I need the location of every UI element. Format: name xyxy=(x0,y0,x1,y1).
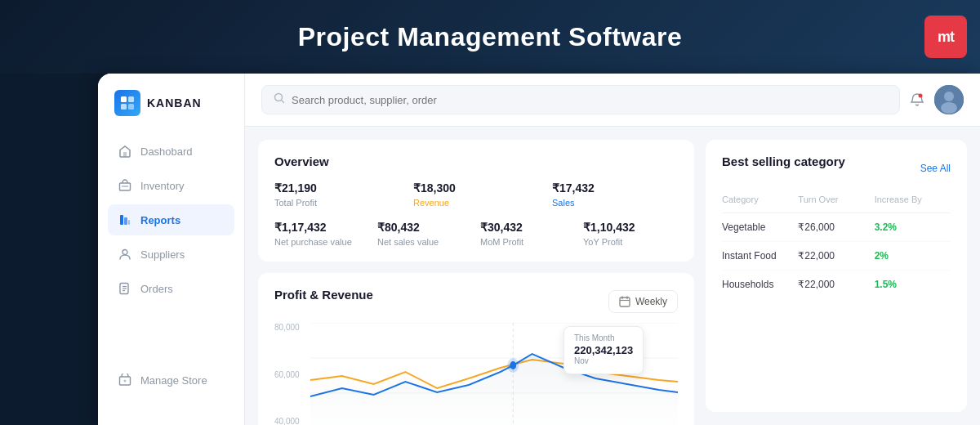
reports-icon xyxy=(118,212,132,227)
metric-value-netsales: ₹80,432 xyxy=(377,221,472,234)
svg-point-35 xyxy=(507,358,519,373)
overview-metrics-top: ₹21,190 Total Profit ₹18,300 Revenue ₹17… xyxy=(274,181,678,208)
tooltip-value: 220,342,123 xyxy=(574,344,633,356)
header xyxy=(245,74,980,127)
metric-yoy-profit: ₹1,10,432 YoY Profit xyxy=(583,221,678,247)
search-icon xyxy=(274,92,285,107)
row1-increase: 3.2% xyxy=(875,221,951,233)
table-row: Vegetable ₹26,000 3.2% xyxy=(722,213,951,242)
svg-point-22 xyxy=(941,102,957,114)
table-row: Instant Food ₹22,000 2% xyxy=(722,242,951,271)
sidebar-item-label-suppliers: Suppliers xyxy=(140,248,185,261)
manage-store-icon xyxy=(118,373,132,387)
svg-rect-2 xyxy=(121,104,127,110)
metric-value-sales: ₹17,432 xyxy=(552,181,678,195)
svg-rect-0 xyxy=(121,96,127,102)
metric-value-mom: ₹30,432 xyxy=(480,221,575,234)
metric-value-yoy: ₹1,10,432 xyxy=(583,221,678,234)
sidebar-item-label-dashboard: Dashobard xyxy=(140,145,193,158)
sidebar-item-label-manage-store: Manage Store xyxy=(140,374,207,387)
overview-card: Overview ₹21,190 Total Profit ₹18,300 Re… xyxy=(258,140,694,262)
metric-label-yoy: YoY Profit xyxy=(583,237,678,247)
metric-mom-profit: ₹30,432 MoM Profit xyxy=(480,221,575,247)
metric-label-profit: Total Profit xyxy=(274,198,400,208)
banner-title: Project Management Software xyxy=(298,22,683,52)
svg-rect-1 xyxy=(128,96,134,102)
sidebar-item-reports[interactable]: Reports xyxy=(108,204,234,235)
chart-title: Profit & Revenue xyxy=(274,288,373,302)
metric-label-mom: MoM Profit xyxy=(480,237,575,247)
see-all-button[interactable]: See All xyxy=(920,163,951,174)
table-row: Households ₹22,000 1.5% xyxy=(722,271,951,298)
sidebar-item-orders[interactable]: Orders xyxy=(108,273,234,304)
weekly-label: Weekly xyxy=(635,296,667,307)
metric-revenue: ₹18,300 Revenue xyxy=(413,181,539,208)
chart-svg-container: This Month 220,342,123 Nov xyxy=(310,323,678,425)
row3-turnover: ₹22,000 xyxy=(798,279,874,290)
sidebar-item-label-inventory: Inventory xyxy=(140,180,184,192)
overview-metrics-bottom: ₹1,17,432 Net purchase value ₹80,432 Net… xyxy=(274,221,678,247)
metric-label-netsales: Net sales value xyxy=(377,237,472,247)
chart-header: Profit & Revenue Weekly xyxy=(274,288,678,315)
row3-name: Households xyxy=(722,279,798,290)
top-banner: Project Management Software mt xyxy=(0,0,980,74)
row2-turnover: ₹22,000 xyxy=(798,250,874,262)
svg-rect-8 xyxy=(124,217,127,225)
sidebar-item-label-reports: Reports xyxy=(140,214,180,226)
svg-point-19 xyxy=(919,94,923,98)
sidebar-item-inventory[interactable]: Inventory xyxy=(108,170,234,201)
weekly-button[interactable]: Weekly xyxy=(608,290,678,313)
chart-card: Profit & Revenue Weekly xyxy=(258,273,694,425)
svg-line-18 xyxy=(282,101,284,103)
metric-label-revenue: Revenue xyxy=(413,198,539,208)
sidebar-item-dashboard[interactable]: Dashobard xyxy=(108,136,234,167)
best-selling-header: Best selling category See All xyxy=(722,154,951,181)
metric-net-sales: ₹80,432 Net sales value xyxy=(377,221,472,247)
metric-sales: ₹17,432 Sales xyxy=(552,181,678,208)
search-bar[interactable] xyxy=(261,85,900,114)
y-label-40k: 40,000 xyxy=(274,417,300,425)
dashboard: Overview ₹21,190 Total Profit ₹18,300 Re… xyxy=(245,127,980,425)
inventory-icon xyxy=(118,178,132,193)
sidebar: KANBAN Dashobard xyxy=(98,74,245,425)
metric-total-profit: ₹21,190 Total Profit xyxy=(274,181,400,208)
sidebar-item-suppliers[interactable]: Suppliers xyxy=(108,239,234,270)
svg-rect-9 xyxy=(128,220,130,225)
search-input[interactable] xyxy=(292,94,888,106)
col-increase: Increase By xyxy=(875,195,951,204)
orders-icon xyxy=(118,281,132,296)
row2-increase: 2% xyxy=(875,250,951,262)
row2-name: Instant Food xyxy=(722,250,798,262)
sidebar-nav: Dashobard Inventory xyxy=(98,136,244,304)
sidebar-item-manage-store[interactable]: Manage Store xyxy=(108,365,234,396)
notification-button[interactable] xyxy=(910,92,924,107)
chart-tooltip: This Month 220,342,123 Nov xyxy=(564,326,644,374)
sidebar-logo: KANBAN xyxy=(98,90,244,136)
tooltip-sub: Nov xyxy=(574,356,633,365)
y-label-60k: 60,000 xyxy=(274,370,300,379)
svg-point-16 xyxy=(124,380,127,382)
suppliers-icon xyxy=(118,247,132,262)
row1-name: Vegetable xyxy=(722,221,798,233)
logo-icon xyxy=(114,90,140,116)
metric-label-netpurchase: Net purchase value xyxy=(274,237,369,247)
metric-value-revenue: ₹18,300 xyxy=(413,181,539,195)
overview-title: Overview xyxy=(274,154,678,168)
svg-rect-23 xyxy=(620,298,630,306)
right-panel: Best selling category See All Category T… xyxy=(706,140,967,412)
metric-label-sales: Sales xyxy=(552,198,678,208)
mt-logo-badge: mt xyxy=(924,16,967,58)
brand-name: KANBAN xyxy=(147,96,202,110)
svg-rect-3 xyxy=(128,104,134,110)
svg-point-21 xyxy=(944,92,954,101)
row1-turnover: ₹26,000 xyxy=(798,221,874,233)
col-turnover: Turn Over xyxy=(798,195,874,204)
avatar[interactable] xyxy=(934,85,964,114)
sidebar-item-label-orders: Orders xyxy=(140,283,173,295)
metric-net-purchase: ₹1,17,432 Net purchase value xyxy=(274,221,369,247)
svg-point-10 xyxy=(122,250,127,255)
sidebar-manage-store-section: Manage Store xyxy=(98,365,244,409)
col-category: Category xyxy=(722,195,798,204)
table-header: Category Turn Over Increase By xyxy=(722,195,951,213)
svg-rect-4 xyxy=(123,152,127,157)
